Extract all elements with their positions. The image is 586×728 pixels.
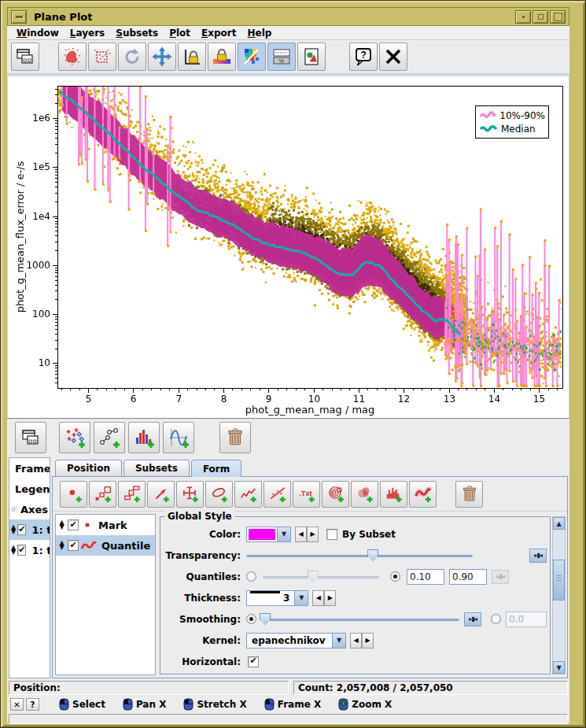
smoothing-value-field[interactable] [506,612,547,627]
recenter-button[interactable] [148,42,176,71]
layer-updown-control[interactable]: ▲▼ [11,525,16,534]
menu-plot[interactable]: Plot [164,28,197,39]
quantiles-slider[interactable] [263,570,379,584]
control-item-axes[interactable]: xxx Axes [9,499,50,519]
plot-forms-button[interactable] [11,42,39,71]
quantile-low-field[interactable] [407,569,444,585]
add-error-bars-form-button[interactable] [176,481,204,508]
menu-window[interactable]: Window [12,28,65,39]
add-contour-form-button[interactable] [322,481,349,508]
color-next-button[interactable]: ▶ [307,527,319,542]
add-vector-form-button[interactable] [147,481,175,508]
menu-help[interactable]: Help [243,28,278,39]
smoothing-slider-radio[interactable] [246,614,256,624]
menu-export[interactable]: Export [197,28,242,39]
blob-subset-button[interactable] [58,42,87,71]
form-visible-checkbox[interactable] [68,540,79,551]
horizontal-checkbox[interactable] [248,656,259,667]
window-restore-button[interactable] [533,10,548,24]
mode-frame-x[interactable]: Frame X [264,698,322,711]
control-item-frame[interactable]: TITLE Frame [9,458,50,479]
smoothing-adjuster-button[interactable]: ▸▮◂ [464,612,481,626]
scrollbar-thumb[interactable] [553,560,565,601]
add-function-layer-button[interactable] [163,422,194,453]
quantiles-adjuster-button[interactable]: ▸▮◂ [492,570,509,584]
color-combo[interactable]: ▼ [246,527,291,542]
add-histogram-form-button[interactable] [380,481,407,508]
transparency-slider[interactable] [246,549,473,563]
kernel-prev-button[interactable]: ◀ [350,633,362,649]
show-fraction-button[interactable]: % [267,42,296,71]
add-line-form-button[interactable] [234,481,262,508]
quantile-high-field[interactable] [449,569,487,585]
titlebar[interactable]: Plane Plot [7,7,569,26]
menu-layers[interactable]: Layers [65,28,111,39]
add-density-form-button[interactable] [351,481,378,508]
layer-row-2[interactable]: ▲▼ 1: tgas_s [9,540,50,560]
box-subset-button[interactable] [88,42,116,71]
thickness-next-button[interactable]: ▶ [324,590,336,606]
by-subset-checkbox[interactable] [326,529,337,540]
add-pair-layer-button[interactable] [94,422,125,453]
export-image-button[interactable] [297,42,326,71]
remove-form-button[interactable] [455,481,483,508]
add-linear-fit-form-button[interactable] [264,481,291,508]
transparency-slider-thumb[interactable] [367,549,378,562]
thickness-prev-button[interactable]: ◀ [312,590,324,606]
kernel-combo[interactable]: epanechnikov ▼ [246,633,346,649]
quantiles-manual-radio[interactable] [390,571,400,582]
tab-subsets[interactable]: Subsets [123,460,190,476]
scroll-up-button[interactable]: ▲ [553,517,565,530]
smoothing-manual-radio[interactable] [491,614,501,624]
add-mark-form-button[interactable] [60,481,87,508]
tab-form[interactable]: Form [191,460,241,477]
mode-stretch-x[interactable]: Stretch X [183,698,246,711]
tab-position[interactable]: Position [55,460,122,476]
control-item-legend[interactable]: AaBbCc Legend [9,479,50,499]
kernel-next-button[interactable]: ▶ [362,633,374,649]
lock-aux-range-button[interactable] [208,42,236,71]
help-button[interactable]: ? [349,42,378,71]
quantiles-slider-thumb[interactable] [308,571,319,583]
window-menu-button[interactable] [11,10,27,24]
transparency-adjuster-button[interactable]: ▸▮◂ [529,549,547,563]
form-row-quantile[interactable]: ▲▼ Quantile [56,535,155,556]
form-visible-checkbox[interactable] [68,519,79,530]
quantiles-slider-radio[interactable] [246,571,256,582]
close-button[interactable] [379,42,407,71]
form-row-mark[interactable]: ▲▼ Mark [56,515,155,535]
layer-visible-checkbox[interactable] [17,524,26,535]
layer-row-1[interactable]: ▲▼ 1: tgas_s [9,519,50,540]
layer-updown-control[interactable]: ▲▼ [11,545,16,555]
mode-zoom-x[interactable]: Zoom X [338,698,392,711]
mode-select[interactable]: Select [59,698,105,711]
window-minimize-button[interactable] [515,10,531,24]
rescale-button[interactable] [118,42,146,71]
mode-pan-x[interactable]: Pan X [123,698,167,711]
remove-layer-button[interactable] [219,422,251,453]
window-maximize-button[interactable] [550,10,566,24]
plot-forms-button[interactable] [15,422,46,453]
add-histogram-layer-button[interactable] [128,422,160,453]
add-quantile-form-button[interactable] [409,481,437,508]
aux-shader-button[interactable] [238,42,266,71]
scroll-down-button[interactable]: ▼ [553,661,565,674]
lock-axes-button[interactable] [178,42,206,71]
smoothing-slider[interactable] [261,612,459,626]
layer-visible-checkbox[interactable] [17,545,26,556]
smoothing-slider-thumb[interactable] [260,613,271,626]
form-updown-control[interactable]: ▲▼ [57,520,66,530]
form-updown-control[interactable]: ▲▼ [57,541,66,550]
add-size-form-button[interactable] [89,481,116,508]
thickness-combo[interactable]: 3 ▼ [246,590,308,606]
nav-help-button[interactable]: ? [26,698,39,711]
add-size-xy-form-button[interactable] [118,481,146,508]
color-prev-button[interactable]: ◀ [295,527,307,542]
add-ellipse-form-button[interactable] [205,481,233,508]
window-menu-icon [16,16,23,18]
add-label-form-button[interactable]: .Txt [293,481,320,508]
global-style-scrollbar[interactable]: ▲ ▼ [552,516,566,674]
add-position-layer-button[interactable] [59,422,90,453]
menu-subsets[interactable]: Subsets [111,28,164,39]
nav-close-button[interactable]: ✕ [10,698,24,711]
